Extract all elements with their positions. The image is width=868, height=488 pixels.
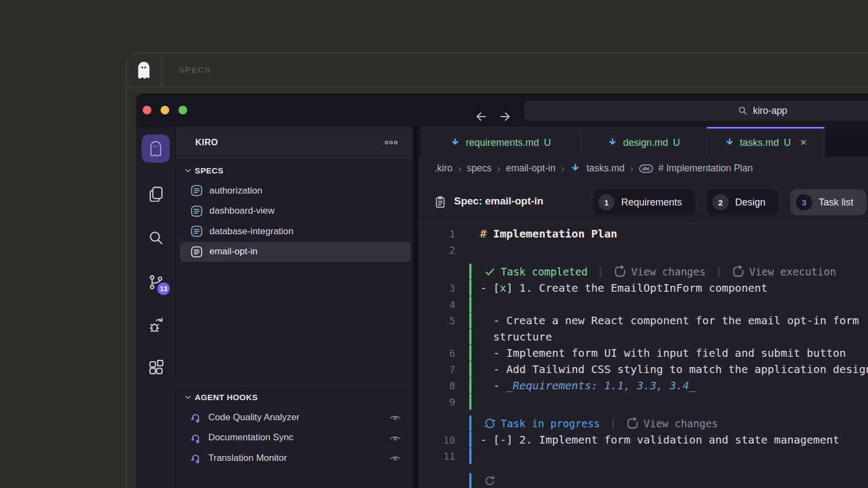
spec-item-dashboard-view[interactable]: dashboard-view — [176, 201, 413, 222]
hooks-list: Code Quality AnalyzerDocumentation SyncT… — [176, 407, 413, 468]
hook-item-code-quality-analyzer[interactable]: Code Quality Analyzer — [176, 407, 413, 428]
eye-toggle-button[interactable] — [388, 410, 402, 425]
code-line[interactable]: 4 — [418, 296, 868, 312]
code-line[interactable]: structure — [418, 329, 868, 345]
code-line[interactable]: 9 — [418, 394, 868, 410]
spec-item-authorization[interactable]: authorization — [176, 181, 413, 201]
separator: | — [610, 418, 616, 429]
spec-file-icon — [190, 224, 203, 238]
line-number: 10 — [418, 434, 455, 446]
agent-hooks-header[interactable]: AGENT HOOKS — [176, 387, 413, 407]
eye-toggle-button[interactable] — [388, 451, 402, 465]
browser-tab[interactable] — [126, 53, 162, 87]
clipboard-icon — [433, 195, 447, 209]
more-actions-icon[interactable] — [383, 137, 399, 149]
tab-tasks.md[interactable]: tasks.mdU✕ — [707, 127, 825, 157]
tab-design.md[interactable]: design.mdU — [581, 127, 707, 157]
eye-icon — [388, 431, 402, 445]
line-number: 3 — [418, 282, 455, 294]
eye-icon — [388, 451, 402, 465]
code-line[interactable]: 8 - _Requirements: 1.1, 3.3, 3.4_ — [418, 377, 868, 394]
codelens-content — [480, 474, 496, 487]
svg-text:abc: abc — [642, 166, 650, 171]
code-line[interactable]: 5 - Create a new React component for the… — [418, 312, 868, 329]
eye-icon — [388, 410, 402, 424]
breadcrumb-symbol[interactable]: # Implementation Plan — [659, 163, 753, 174]
markdown-file-icon — [607, 137, 618, 148]
git-gutter-bar — [469, 312, 471, 329]
search-input[interactable]: kiro-app — [524, 100, 868, 121]
breadcrumb-item-.kiro[interactable]: .kiro — [435, 163, 452, 174]
spec-label: Spec: email-opt-in — [454, 195, 544, 207]
explorer-icon[interactable] — [147, 184, 164, 202]
code-line[interactable]: 3- [x] 1. Create the EmailOptInForm comp… — [418, 280, 868, 296]
code-area[interactable]: 1# Implementation Plan2Task completed|Vi… — [418, 224, 868, 488]
spec-item-email-opt-in[interactable]: email-opt-in — [180, 242, 411, 262]
close-icon[interactable]: ✕ — [800, 138, 807, 147]
code-line[interactable]: 10- [-] 2. Implement form validation and… — [418, 432, 868, 448]
extensions-icon[interactable] — [147, 358, 164, 375]
gutter — [455, 226, 480, 242]
code-segment: - — [500, 433, 506, 446]
hook-icon — [189, 451, 202, 465]
tab-git-badge: U — [784, 137, 791, 149]
tab-label: design.md — [623, 137, 668, 149]
gutter — [455, 329, 480, 345]
spec-item-database-integration[interactable]: database-integration — [176, 221, 413, 242]
codelens-row[interactable]: Task completed|View changes|View executi… — [418, 264, 868, 280]
sidebar: KIRO SPECS authorizationdashboard-viewda… — [176, 127, 413, 488]
minimize-button[interactable] — [161, 106, 169, 114]
separator: | — [598, 266, 603, 277]
tab-requirements.md[interactable]: requirements.mdU — [420, 127, 581, 157]
code-line[interactable]: 1# Implementation Plan — [418, 226, 868, 242]
codelens-link[interactable]: View execution — [749, 266, 836, 278]
gutter — [455, 345, 480, 361]
tab-strip: requirements.mdUdesign.mdUtasks.mdU✕ — [418, 127, 868, 157]
code-line[interactable]: 11 — [418, 448, 868, 464]
editor: requirements.mdUdesign.mdUtasks.mdU✕ .ki… — [418, 127, 868, 488]
code-segment: - Add Tailwind CSS styling to match the … — [480, 363, 868, 376]
zoom-button[interactable] — [178, 106, 187, 114]
gutter — [455, 361, 480, 377]
codelens-row[interactable] — [418, 473, 868, 488]
codelens-link[interactable]: Task in progress — [501, 418, 600, 429]
sidebar-item-kiro-active[interactable] — [142, 134, 170, 163]
code-line[interactable]: 2 — [418, 242, 868, 258]
hook-item-documentation-sync[interactable]: Documentation Sync — [176, 428, 413, 448]
step-number: 3 — [796, 194, 812, 210]
codelens-link[interactable]: View changes — [631, 266, 705, 278]
gutter — [455, 448, 480, 464]
spec-step-requirements[interactable]: 1Requirements — [593, 189, 695, 215]
spec-step-design[interactable]: 2Design — [707, 189, 778, 215]
replay-icon — [732, 265, 745, 278]
gutter — [455, 432, 480, 448]
code-line[interactable]: 7 - Add Tailwind CSS styling to match th… — [418, 361, 868, 377]
hook-item-translation-monitor[interactable]: Translation Monitor — [176, 448, 413, 468]
line-number: 6 — [418, 348, 455, 359]
back-arrow-icon[interactable] — [475, 110, 488, 123]
codelens-row[interactable]: Task in progress|View changes — [418, 415, 868, 432]
source-control-icon[interactable]: 13 — [147, 273, 164, 291]
spec-steps: 1Requirements2Design3Task list — [593, 189, 866, 215]
forward-arrow-icon[interactable] — [499, 110, 512, 123]
sync-icon — [483, 417, 496, 430]
git-gutter-bar — [469, 329, 471, 345]
debug-icon[interactable] — [147, 316, 164, 333]
spec-item-label: dashboard-view — [209, 206, 275, 216]
eye-toggle-button[interactable] — [388, 431, 402, 445]
specs-section-header[interactable]: SPECS — [176, 160, 413, 181]
breadcrumb-item-specs[interactable]: specs — [467, 163, 492, 174]
breadcrumb-file[interactable]: tasks.md — [586, 163, 624, 174]
search-icon — [737, 105, 748, 116]
search-view-icon[interactable] — [147, 229, 164, 246]
codelens-link[interactable]: Task completed — [501, 266, 588, 278]
ghost-icon — [136, 61, 152, 80]
codelens-link[interactable]: View changes — [643, 418, 718, 429]
close-button[interactable] — [143, 106, 151, 114]
code-line[interactable]: 6 - Implement form UI with input field a… — [418, 345, 868, 361]
code-segment: ] 2. Implement form validation and state… — [506, 433, 839, 446]
breadcrumb-item-email-opt-in[interactable]: email-opt-in — [506, 163, 555, 174]
spec-step-task-list[interactable]: 3Task list — [790, 189, 866, 215]
title-bar: kiro-app — [136, 94, 868, 127]
step-number: 1 — [598, 194, 615, 210]
